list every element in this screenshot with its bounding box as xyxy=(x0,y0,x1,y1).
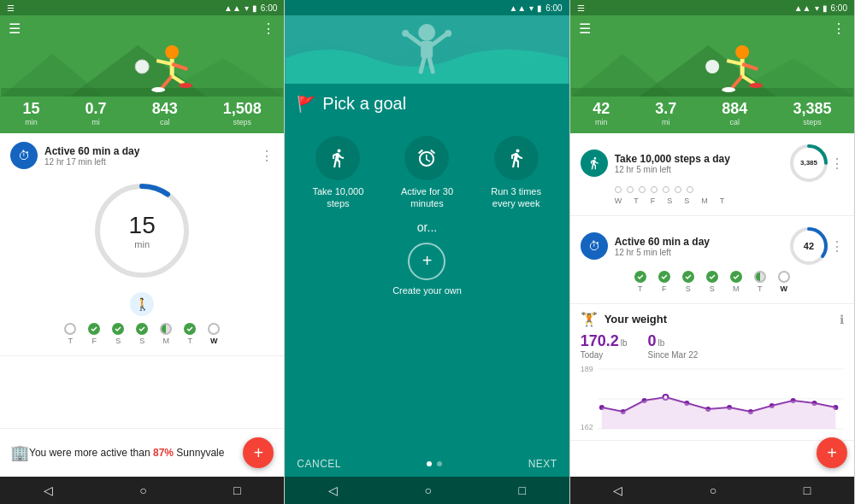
info-icon-3[interactable]: ℹ xyxy=(840,313,844,326)
wifi-icon: ▾ xyxy=(245,3,249,13)
circle-inner-1: 15 min xyxy=(129,212,156,249)
middle-illustration xyxy=(285,15,569,84)
label-S1: S xyxy=(115,337,121,345)
alabel-T1: T xyxy=(638,284,643,293)
stat-value-min-1: 15 xyxy=(23,100,40,118)
active-goal-header-3: ⏱ Active 60 min a day 12 hr 5 min left 4… xyxy=(581,225,844,267)
steps-text-3: Take 10,000 steps a day 12 hr 5 min left xyxy=(615,153,787,174)
menu-icon-3[interactable]: ☰ xyxy=(579,21,591,37)
svg-point-16 xyxy=(418,24,435,41)
stat-mi-1: 0.7 mi xyxy=(86,100,107,126)
notif-text-1: You were more active than 87% Sunnyvale xyxy=(29,447,243,459)
stat-label-cal-1: cal xyxy=(152,118,178,126)
label-T1: T xyxy=(68,337,73,345)
stat-value-mi-1: 0.7 xyxy=(86,100,107,118)
status-bar-1: ☰ ▲▲ ▾ ▮ 6:00 xyxy=(0,0,284,15)
home-icon-1[interactable]: ○ xyxy=(139,483,146,497)
flag-icon: 🚩 xyxy=(297,95,315,114)
weight-current-value: 170.2 xyxy=(581,332,619,350)
adot-S1-circle xyxy=(682,271,694,283)
weight-svg-chart xyxy=(581,365,844,433)
goal-active[interactable]: Active for 30 minutes xyxy=(397,136,457,210)
stat-mi-3: 3.7 mi xyxy=(655,100,676,126)
step-dot-M xyxy=(675,186,681,193)
circle-svg-container-1: 15 min xyxy=(91,179,193,282)
alabel-S1: S xyxy=(686,284,691,293)
more-icon-3[interactable]: ⋮ xyxy=(832,21,846,37)
step-dot-S1 xyxy=(651,186,657,193)
adot-M1: M xyxy=(730,271,742,293)
goal-steps[interactable]: Take 10,000 steps xyxy=(308,136,368,210)
home-icon-3[interactable]: ○ xyxy=(710,483,716,497)
day-dot-M1: M xyxy=(160,323,172,345)
label-F1: F xyxy=(91,337,97,345)
stat-label-cal-3: cal xyxy=(722,118,747,126)
content-area-3: Take 10,000 steps a day 12 hr 5 min left… xyxy=(570,133,854,477)
alabel-M1: M xyxy=(733,284,740,293)
steps-more-icon[interactable]: ⋮ xyxy=(830,155,844,172)
signal-icon: ▲▲ xyxy=(224,3,241,13)
status-bar-right-1: ▲▲ ▾ ▮ 6:00 xyxy=(224,3,277,13)
middle-content: 🚩 Pick a goal Take 10,000 steps Active f… xyxy=(285,84,569,477)
notif-percent-1: 87% xyxy=(153,447,174,459)
circle-progress-1: 15 min xyxy=(10,169,274,289)
svg-point-21 xyxy=(445,30,451,37)
svg-rect-3 xyxy=(1,88,283,97)
menu-icon-1[interactable]: ☰ xyxy=(9,21,21,37)
stat-min-1: 15 min xyxy=(23,100,40,126)
svg-point-11 xyxy=(179,83,192,88)
nav-bar-3: ◁ ○ □ xyxy=(570,477,854,504)
recent-icon-2[interactable]: □ xyxy=(518,483,525,497)
goal-active-icon xyxy=(404,136,449,180)
next-button[interactable]: NEXT xyxy=(528,458,557,470)
weight-since-value: 0 xyxy=(648,332,657,350)
goal-name-1: Active 60 min a day xyxy=(44,145,260,157)
goal-run[interactable]: Run 3 times every week xyxy=(486,136,546,210)
svg-point-35 xyxy=(749,83,763,88)
signal-icon-2: ▲▲ xyxy=(509,3,526,13)
walk-icon-container-1: 🚶 xyxy=(10,292,274,316)
stat-steps-1: 1,508 steps xyxy=(223,100,262,126)
header-top-1: ☰ ⋮ xyxy=(0,15,284,37)
label-S2-1: S xyxy=(139,337,144,345)
steps-name-3: Take 10,000 steps a day xyxy=(615,153,787,165)
recent-icon-3[interactable]: □ xyxy=(804,483,811,497)
goal-steps-label: Take 10,000 steps xyxy=(308,185,368,210)
back-icon-3[interactable]: ◁ xyxy=(613,483,622,497)
back-icon-1[interactable]: ◁ xyxy=(44,483,53,497)
create-own[interactable]: + Create your own xyxy=(285,237,569,301)
recent-icon-1[interactable]: □ xyxy=(233,483,240,497)
adot-M1-circle xyxy=(730,271,742,283)
goal-options: Take 10,000 steps Active for 30 minutes … xyxy=(285,124,569,217)
back-icon-2[interactable]: ◁ xyxy=(328,483,338,497)
runner-illustration-3 xyxy=(570,37,854,97)
goal-card-1: ⏱ Active 60 min a day 12 hr 17 min left … xyxy=(0,133,284,356)
weight-values-3: 170.2 lb Today 0 lb Since Mar 22 xyxy=(581,332,844,360)
fab-1[interactable]: + xyxy=(243,437,274,468)
home-icon-2[interactable]: ○ xyxy=(425,483,432,497)
adot-T1-circle xyxy=(634,271,646,283)
step-dot-T xyxy=(627,186,634,193)
slabel-T2: T xyxy=(720,196,725,205)
chart-label-top: 189 xyxy=(581,365,593,373)
adot-T3: T xyxy=(754,271,766,293)
status-bar-right-3: ▲▲ ▾ ▮ 6:00 xyxy=(794,3,847,13)
more-icon-1[interactable]: ⋮ xyxy=(262,21,275,37)
cancel-button[interactable]: CANCEL xyxy=(297,458,341,470)
middle-svg xyxy=(285,15,569,84)
fab-3[interactable]: + xyxy=(817,437,847,468)
time-display-3: 6:00 xyxy=(831,3,847,13)
active-more-icon-3[interactable]: ⋮ xyxy=(830,238,844,255)
dots-indicator xyxy=(427,461,442,466)
goal-title-group-1: ⏱ Active 60 min a day 12 hr 17 min left xyxy=(10,142,260,169)
active-goal-icon-3: ⏱ xyxy=(581,232,608,260)
alabel-S2: S xyxy=(710,284,715,293)
middle-header: 🚩 Pick a goal xyxy=(285,84,569,124)
runner-svg-3 xyxy=(570,37,854,97)
steps-title-group: Take 10,000 steps a day 12 hr 5 min left xyxy=(581,149,787,177)
day-dot-S1: S xyxy=(112,323,124,345)
goal-more-icon-1[interactable]: ⋮ xyxy=(260,148,274,164)
active-circle-value-3: 42 xyxy=(804,241,814,251)
slabel-F: F xyxy=(651,196,656,205)
day-dot-T1: T xyxy=(64,323,76,345)
